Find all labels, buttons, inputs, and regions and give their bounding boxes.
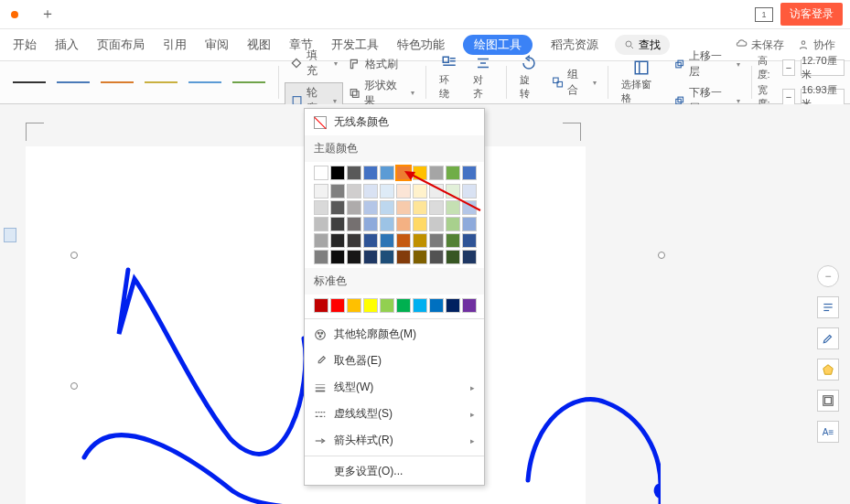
more-settings[interactable]: 更多设置(O)... — [305, 458, 484, 485]
color-swatch[interactable] — [380, 298, 394, 313]
color-swatch[interactable] — [314, 217, 328, 231]
rotate-button[interactable]: 旋转 — [512, 55, 546, 111]
collab-button[interactable]: 协作 — [797, 38, 835, 53]
color-swatch[interactable] — [462, 233, 477, 248]
color-swatch[interactable] — [363, 184, 378, 198]
color-swatch[interactable] — [396, 233, 411, 248]
color-swatch[interactable] — [396, 217, 411, 231]
combine-button[interactable]: 组合 — [546, 65, 603, 100]
menu-insert[interactable]: 插入 — [46, 29, 88, 60]
menu-start[interactable]: 开始 — [4, 29, 46, 60]
color-swatch[interactable] — [429, 184, 444, 198]
color-swatch[interactable] — [330, 166, 345, 180]
color-swatch[interactable] — [429, 200, 444, 215]
more-colors[interactable]: 其他轮廓颜色(M) — [305, 321, 484, 348]
height-field[interactable]: 12.70厘米 — [801, 59, 845, 76]
menu-reference[interactable]: 引用 — [154, 29, 196, 60]
color-swatch[interactable] — [446, 200, 460, 215]
color-swatch[interactable] — [446, 166, 460, 180]
color-swatch[interactable] — [330, 250, 345, 264]
toolbox-text[interactable] — [817, 296, 839, 318]
eyedropper[interactable]: 取色器(E) — [305, 348, 484, 374]
toolbox-annotate[interactable]: A≡ — [817, 421, 839, 443]
color-swatch[interactable] — [396, 298, 411, 313]
color-swatch[interactable] — [314, 166, 328, 180]
color-swatch[interactable] — [446, 217, 460, 231]
color-swatch[interactable] — [413, 184, 427, 198]
color-swatch[interactable] — [347, 184, 361, 198]
color-swatch[interactable] — [363, 217, 378, 231]
align-button[interactable]: 对齐 — [466, 55, 500, 111]
toolbox-shape[interactable] — [817, 359, 839, 381]
line-sample-6[interactable] — [232, 81, 265, 83]
menu-review[interactable]: 审阅 — [196, 29, 238, 60]
color-swatch[interactable] — [330, 298, 345, 313]
color-swatch[interactable] — [314, 184, 328, 198]
color-swatch[interactable] — [347, 298, 361, 313]
dash-style[interactable]: 虚线线型(S)▸ — [305, 401, 484, 427]
height-minus[interactable]: − — [782, 59, 795, 76]
color-swatch[interactable] — [413, 200, 427, 215]
color-swatch[interactable] — [429, 250, 444, 264]
wrap-button[interactable]: 环绕 — [432, 55, 466, 111]
color-swatch[interactable] — [330, 217, 345, 231]
line-sample-4[interactable] — [145, 81, 178, 83]
color-swatch[interactable] — [363, 200, 378, 215]
line-weight[interactable]: 线型(W)▸ — [305, 374, 484, 401]
color-swatch[interactable] — [446, 233, 460, 248]
new-tab-button[interactable]: ＋ — [33, 2, 62, 27]
color-swatch[interactable] — [380, 166, 394, 180]
color-swatch[interactable] — [446, 250, 460, 264]
color-swatch[interactable] — [314, 233, 328, 248]
line-style-gallery[interactable] — [5, 81, 273, 83]
color-swatch[interactable] — [330, 184, 345, 198]
color-swatch[interactable] — [462, 250, 477, 264]
color-swatch[interactable] — [380, 250, 394, 264]
width-field[interactable]: 16.93厘米 — [801, 89, 845, 105]
select-pane-button[interactable]: 选择窗格 — [614, 59, 667, 105]
toolbox-layout[interactable] — [817, 390, 839, 412]
fill-button[interactable]: 填充 — [285, 46, 343, 80]
color-swatch[interactable] — [462, 184, 477, 198]
collapse-button[interactable]: − — [817, 265, 839, 287]
color-swatch[interactable] — [396, 200, 411, 215]
color-swatch[interactable] — [347, 233, 361, 248]
color-swatch[interactable] — [413, 298, 427, 313]
color-swatch[interactable] — [429, 298, 444, 313]
color-swatch[interactable] — [347, 250, 361, 264]
color-swatch[interactable] — [380, 200, 394, 215]
color-swatch[interactable] — [380, 217, 394, 231]
color-swatch[interactable] — [347, 166, 361, 180]
color-swatch[interactable] — [363, 166, 378, 180]
line-sample-3[interactable] — [101, 81, 134, 83]
color-swatch[interactable] — [413, 233, 427, 248]
color-swatch[interactable] — [413, 250, 427, 264]
line-sample-2[interactable] — [57, 81, 90, 83]
color-swatch[interactable] — [380, 233, 394, 248]
color-swatch[interactable] — [429, 233, 444, 248]
color-swatch[interactable] — [396, 166, 411, 180]
color-swatch[interactable] — [462, 166, 477, 180]
color-swatch[interactable] — [314, 200, 328, 215]
menu-page-layout[interactable]: 页面布局 — [88, 29, 154, 60]
color-swatch[interactable] — [330, 233, 345, 248]
color-swatch[interactable] — [429, 166, 444, 180]
color-swatch[interactable] — [446, 298, 460, 313]
color-swatch[interactable] — [363, 233, 378, 248]
color-swatch[interactable] — [429, 217, 444, 231]
search-box[interactable]: 查找 — [615, 35, 670, 55]
line-sample-1[interactable] — [13, 81, 46, 83]
arrow-style[interactable]: 箭头样式(R)▸ — [305, 427, 484, 454]
format-painter-button[interactable]: 格式刷 — [343, 55, 421, 74]
move-up-button[interactable]: 上移一层 — [668, 47, 746, 81]
color-swatch[interactable] — [363, 298, 378, 313]
color-swatch[interactable] — [462, 200, 477, 215]
color-swatch[interactable] — [347, 217, 361, 231]
line-sample-5[interactable] — [188, 81, 221, 83]
menu-resources[interactable]: 稻壳资源 — [542, 29, 608, 60]
color-swatch[interactable] — [330, 200, 345, 215]
color-swatch[interactable] — [396, 250, 411, 264]
menu-view[interactable]: 视图 — [238, 29, 280, 60]
color-swatch[interactable] — [446, 184, 460, 198]
no-line-color[interactable]: 无线条颜色 — [305, 109, 484, 135]
